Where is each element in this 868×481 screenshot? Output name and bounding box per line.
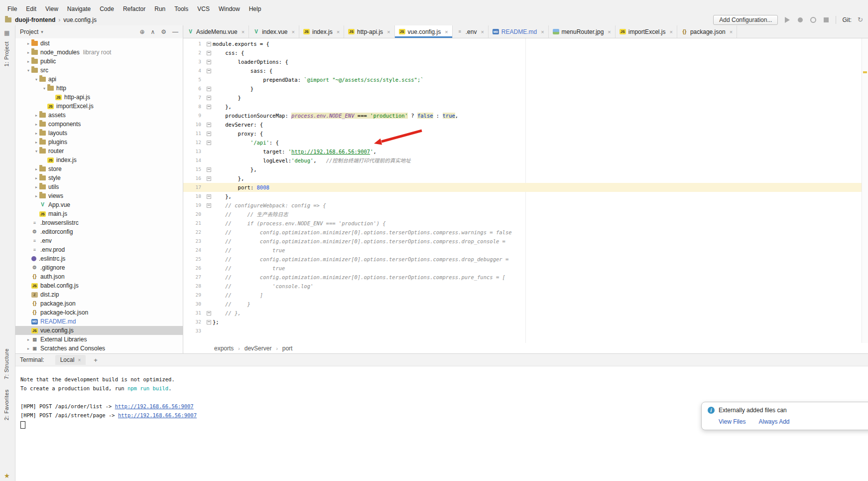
tree-item-utils[interactable]: ▸utils: [15, 182, 183, 191]
tool-window-icon[interactable]: ▦: [4, 29, 9, 36]
fold-icon[interactable]: [207, 87, 211, 91]
tree-item-dist-zip[interactable]: Zdist.zip: [15, 290, 183, 299]
code-line[interactable]: 27 // config.optimization.minimizer[0].o…: [183, 273, 862, 282]
tree-item-style[interactable]: ▸style: [15, 173, 183, 182]
code-line[interactable]: 16 },: [183, 174, 862, 183]
always-add-link[interactable]: Always Add: [758, 418, 789, 425]
tree-item-babel-config-js[interactable]: JSbabel.config.js: [15, 281, 183, 290]
code-line[interactable]: 10 devServer: {: [183, 120, 862, 129]
tab-index-vue[interactable]: Vindex.vue×: [249, 25, 299, 38]
menu-item-help[interactable]: Help: [245, 4, 266, 13]
tree-item-external-libraries[interactable]: ▸▤External Libraries: [15, 335, 183, 344]
tree-item-plugins[interactable]: ▸plugins: [15, 138, 183, 147]
tab-package-json[interactable]: {}package.json×: [677, 25, 737, 38]
fold-icon[interactable]: [207, 176, 211, 181]
menu-item-edit[interactable]: Edit: [21, 4, 41, 13]
close-icon[interactable]: ×: [242, 29, 245, 35]
close-icon[interactable]: ×: [387, 29, 390, 35]
editor-breadcrumb-port[interactable]: port: [282, 345, 293, 352]
code-line[interactable]: 24 // true: [183, 246, 862, 255]
editor-breadcrumb-exports[interactable]: exports: [214, 345, 234, 352]
code-area[interactable]: 1module.exports = {2 css: {3 loaderOptio…: [183, 38, 868, 343]
tab-index-js[interactable]: JSindex.js×: [299, 25, 344, 38]
fold-icon[interactable]: [207, 96, 211, 100]
tree-item-views[interactable]: ▸views: [15, 191, 183, 200]
code-line[interactable]: 26 // true: [183, 264, 862, 273]
fold-marker[interactable]: [206, 66, 213, 75]
tree-item-components[interactable]: ▸components: [15, 120, 183, 129]
code-line[interactable]: 6 }: [183, 84, 862, 93]
tree-item-eslintrc-js[interactable]: .eslintrc.js: [15, 254, 183, 263]
fold-marker[interactable]: [206, 138, 213, 147]
add-configuration-button[interactable]: Add Configuration...: [713, 15, 778, 25]
code-line[interactable]: 2 css: {: [183, 48, 862, 57]
fold-marker[interactable]: [206, 318, 213, 326]
fold-icon[interactable]: [207, 123, 211, 127]
editor-breadcrumb-devserver[interactable]: devServer: [245, 345, 272, 352]
terminal-tab-local[interactable]: Local ×: [55, 355, 86, 365]
tree-item-dist[interactable]: ▸dist: [15, 39, 183, 48]
code-line[interactable]: 7 }: [183, 93, 862, 102]
stop-icon[interactable]: [823, 16, 830, 23]
tree-item-api[interactable]: ▾api: [15, 75, 183, 84]
menu-item-view[interactable]: View: [41, 4, 63, 13]
tree-item-index-js[interactable]: JSindex.js: [15, 156, 183, 164]
menu-item-window[interactable]: Window: [214, 4, 245, 13]
menu-item-tools[interactable]: Tools: [170, 4, 193, 13]
code-line[interactable]: 17 port: 8008: [183, 183, 862, 192]
fold-marker[interactable]: [206, 165, 213, 174]
locate-file-icon[interactable]: ⊕: [139, 28, 144, 35]
tree-item-layouts[interactable]: ▸layouts: [15, 129, 183, 138]
project-view-selector[interactable]: Project ▾: [20, 28, 43, 35]
fold-marker[interactable]: [206, 120, 213, 129]
terminal-link[interactable]: http://192.168.66.56:9007: [118, 412, 197, 418]
close-icon[interactable]: ×: [541, 29, 544, 35]
fold-marker[interactable]: [206, 192, 213, 201]
tree-item-public[interactable]: ▸public: [15, 57, 183, 66]
menu-item-file[interactable]: File: [3, 4, 21, 13]
fold-icon[interactable]: [207, 194, 211, 199]
fold-icon[interactable]: [207, 132, 211, 136]
code-line[interactable]: 12 '/api': {: [183, 138, 862, 147]
tree-item-importexcel-js[interactable]: JSimportExcel.js: [15, 102, 183, 111]
menu-item-run[interactable]: Run: [150, 4, 170, 13]
fold-icon[interactable]: [207, 320, 211, 324]
code-line[interactable]: 18 },: [183, 192, 862, 201]
tree-item-node-modules[interactable]: ▸node_moduleslibrary root: [15, 48, 183, 57]
fold-icon[interactable]: [207, 311, 211, 316]
code-line[interactable]: 14 logLevel:'debug', //控制台终端打印代理前的真实地址: [183, 156, 862, 165]
fold-icon[interactable]: [207, 105, 211, 109]
favorites-tool-button[interactable]: 2: Favorites: [3, 389, 9, 420]
code-line[interactable]: 11 proxy: {: [183, 129, 862, 138]
tree-item-main-js[interactable]: JSmain.js: [15, 209, 183, 218]
menu-item-refactor[interactable]: Refactor: [119, 4, 150, 13]
code-line[interactable]: 13 target: 'http://192.168.66.56:9007',: [183, 147, 862, 156]
close-icon[interactable]: ×: [292, 29, 295, 35]
settings-icon[interactable]: ⚙: [161, 28, 166, 35]
tree-item-editorconfig[interactable]: ⚙.editorconfig: [15, 227, 183, 236]
fold-icon[interactable]: [207, 51, 211, 55]
terminal-link[interactable]: http://192.168.66.56:9007: [115, 403, 194, 409]
code-line[interactable]: 25 // config.optimization.minimizer[0].o…: [183, 255, 862, 264]
project-tool-button[interactable]: 1: Project: [3, 41, 9, 66]
tree-item-scratches-and-consoles[interactable]: ▸▣Scratches and Consoles: [15, 344, 183, 353]
fold-marker[interactable]: [206, 174, 213, 183]
tree-item-env-prod[interactable]: ≡.env.prod: [15, 245, 183, 254]
tree-item-http[interactable]: ▾http: [15, 84, 183, 93]
fold-icon[interactable]: [207, 167, 211, 172]
warning-stripe-mark[interactable]: [863, 71, 867, 73]
code-line[interactable]: 21 // if (process.env.NODE_ENV === 'prod…: [183, 219, 862, 228]
tree-item-auth-json[interactable]: {}auth.json: [15, 272, 183, 281]
tree-item-package-json[interactable]: {}package.json: [15, 299, 183, 308]
code-line[interactable]: 29 // ]: [183, 291, 862, 300]
code-line[interactable]: 31 // },: [183, 309, 862, 318]
tree-item-store[interactable]: ▸store: [15, 164, 183, 173]
tree-item-gitignore[interactable]: ⚙.gitignore: [15, 263, 183, 272]
tree-item-app-vue[interactable]: VApp.vue: [15, 200, 183, 209]
code-line[interactable]: 28 // 'console.log': [183, 282, 862, 291]
tree-item-http-api-js[interactable]: JShttp-api.js: [15, 93, 183, 102]
error-stripe[interactable]: [862, 38, 868, 343]
tree-item-readme-md[interactable]: MDREADME.md: [15, 317, 183, 326]
view-files-link[interactable]: View Files: [719, 418, 745, 425]
tree-item-router[interactable]: ▾router: [15, 147, 183, 156]
